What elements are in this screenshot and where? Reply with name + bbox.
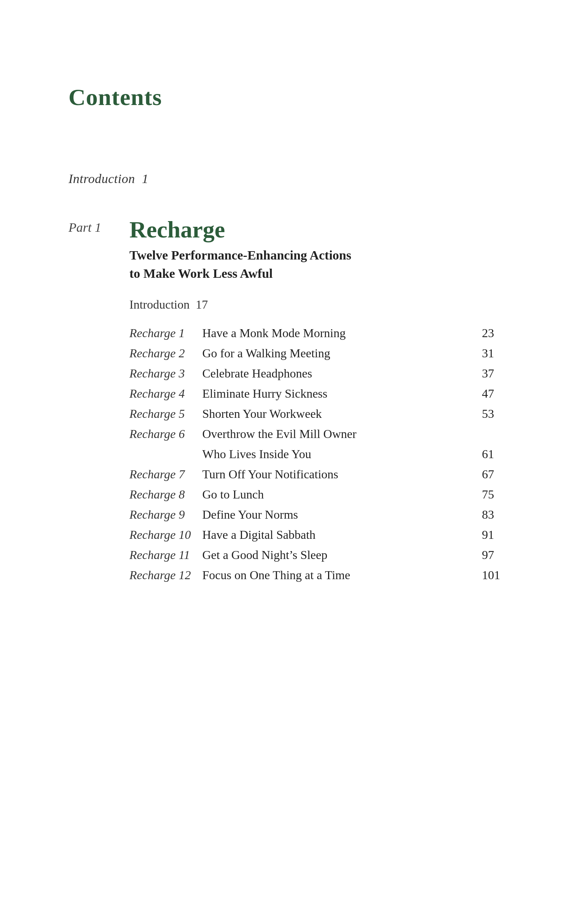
- toc-entry-page: 23: [475, 323, 519, 343]
- page: Contents Introduction 1 Part 1 Recharge …: [0, 0, 588, 903]
- toc-entry-title: Eliminate Hurry Sickness: [202, 384, 475, 404]
- toc-entry-page: 53: [475, 404, 519, 424]
- toc-entry-page: 97: [475, 545, 519, 565]
- toc-row: Recharge 8Go to Lunch75: [69, 484, 519, 505]
- toc-entry-label: Recharge 3: [69, 363, 202, 384]
- book-intro-line: Introduction 1: [69, 172, 519, 186]
- toc-entry-title: Shorten Your Workweek: [202, 404, 475, 424]
- toc-entry-title: Have a Digital Sabbath: [202, 525, 475, 545]
- toc-entry-page: 83: [475, 505, 519, 525]
- part1-subtitle-line2: to Make Work Less Awful: [129, 266, 273, 280]
- toc-entry-label: Recharge 8: [69, 484, 202, 505]
- toc-entry-label: Recharge 7: [69, 464, 202, 484]
- toc-entry-title: Define Your Norms: [202, 505, 475, 525]
- toc-entry-title: Celebrate Headphones: [202, 363, 475, 384]
- part1-intro-page: 17: [196, 298, 208, 311]
- toc-row: Recharge 1Have a Monk Mode Morning23: [69, 323, 519, 343]
- toc-entry-page: 67: [475, 464, 519, 484]
- toc-entry-label: Recharge 9: [69, 505, 202, 525]
- toc-row: Recharge 9Define Your Norms83: [69, 505, 519, 525]
- toc-entry-page: 75: [475, 484, 519, 505]
- part1-intro-label: Introduction: [129, 298, 190, 311]
- toc-entry-title: Go to Lunch: [202, 484, 475, 505]
- toc-entry-page: 37: [475, 363, 519, 384]
- toc-entry-title: Focus on One Thing at a Time: [202, 565, 475, 585]
- toc-table: Recharge 1Have a Monk Mode Morning23Rech…: [69, 323, 519, 585]
- toc-row: Recharge 10Have a Digital Sabbath91: [69, 525, 519, 545]
- toc-row: Recharge 11Get a Good Night’s Sleep97: [69, 545, 519, 565]
- toc-entry-label: Recharge 11: [69, 545, 202, 565]
- toc-row: Recharge 3Celebrate Headphones37: [69, 363, 519, 384]
- toc-row: Recharge 2Go for a Walking Meeting31: [69, 343, 519, 363]
- part1-intro: Introduction 17: [129, 298, 519, 312]
- toc-entry-title: Overthrow the Evil Mill Owner: [202, 424, 475, 444]
- toc-entry-label: Recharge 10: [69, 525, 202, 545]
- toc-entry-page: 91: [475, 525, 519, 545]
- toc-entry-title: Get a Good Night’s Sleep: [202, 545, 475, 565]
- toc-row: Recharge 7Turn Off Your Notifications67: [69, 464, 519, 484]
- toc-entry-label: Recharge 2: [69, 343, 202, 363]
- toc-entry-title-continued: Who Lives Inside You: [202, 444, 475, 464]
- intro-page: 1: [142, 172, 149, 186]
- part1-subtitle: Twelve Performance-Enhancing Actions to …: [129, 246, 519, 282]
- part1-header: Part 1 Recharge: [69, 217, 519, 242]
- toc-row: Recharge 6Overthrow the Evil Mill Owner: [69, 424, 519, 444]
- toc-entry-page: [475, 424, 519, 444]
- toc-entry-title: Have a Monk Mode Morning: [202, 323, 475, 343]
- toc-entry-label: Recharge 1: [69, 323, 202, 343]
- part1-section: Part 1 Recharge Twelve Performance-Enhan…: [69, 217, 519, 585]
- part1-subtitle-line1: Twelve Performance-Enhancing Actions: [129, 248, 351, 262]
- toc-row: Recharge 5Shorten Your Workweek53: [69, 404, 519, 424]
- toc-entry-title: Go for a Walking Meeting: [202, 343, 475, 363]
- toc-row-continued: Who Lives Inside You61: [69, 444, 519, 464]
- toc-entry-page: 31: [475, 343, 519, 363]
- toc-entry-label: Recharge 12: [69, 565, 202, 585]
- toc-entry-label: Recharge 4: [69, 384, 202, 404]
- toc-entry-label: Recharge 5: [69, 404, 202, 424]
- toc-entry-page: 101: [475, 565, 519, 585]
- toc-entry-label: Recharge 6: [69, 424, 202, 444]
- toc-entry-page: 61: [475, 444, 519, 464]
- part1-title: Recharge: [129, 217, 225, 242]
- toc-entry-page: 47: [475, 384, 519, 404]
- part1-label: Part 1: [69, 220, 129, 235]
- toc-row: Recharge 12Focus on One Thing at a Time1…: [69, 565, 519, 585]
- intro-label: Introduction: [69, 172, 135, 186]
- toc-entry-title: Turn Off Your Notifications: [202, 464, 475, 484]
- toc-row: Recharge 4Eliminate Hurry Sickness47: [69, 384, 519, 404]
- page-title: Contents: [69, 84, 519, 111]
